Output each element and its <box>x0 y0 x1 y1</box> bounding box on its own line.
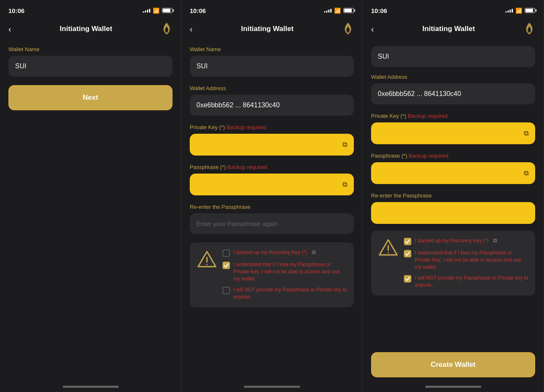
wallet-address-label-2: Wallet Address <box>190 85 354 91</box>
flame-logo-1 <box>161 22 173 36</box>
disclaimer-text-2-1: I understand that if I lose my Passphras… <box>233 261 347 282</box>
nav-title-3: Initiating Wallet <box>422 25 475 33</box>
checkbox-2-2[interactable] <box>222 287 230 294</box>
status-icons-2: 📶 <box>324 8 354 14</box>
wifi-icon-2: 📶 <box>334 8 341 14</box>
status-bar-2: 10:06 📶 <box>181 0 362 18</box>
wallet-address-label-3: Wallet Address <box>371 74 535 80</box>
panel-1: 10:06 📶 ‹ Initiating Wallet Wallet Name <box>0 0 181 392</box>
flame-logo-3 <box>523 22 535 36</box>
status-bar-1: 10:06 📶 <box>0 0 181 18</box>
recovery-copy-icon-2[interactable]: ⧉ <box>312 249 316 256</box>
disclaimer-item-2-1: I understand that if I lose my Passphras… <box>222 261 347 282</box>
disclaimer-section-3: I backed up my Recovery Key (*) ⧉ I unde… <box>371 231 535 296</box>
private-key-label-3: Private Key (*) Backup required <box>371 113 535 119</box>
battery-icon-1 <box>162 8 173 13</box>
reenter-passphrase-input-2[interactable]: Enter your Passphrase again <box>190 213 354 234</box>
checkbox-2-1[interactable] <box>222 262 230 269</box>
wallet-name-label-1: Wallet Name <box>8 46 173 52</box>
private-key-copy-icon-3[interactable]: ⧉ <box>524 130 528 137</box>
wallet-name-input-1[interactable]: SUI <box>8 56 173 77</box>
disclaimer-item-3-0: I backed up my Recovery Key (*) ⧉ <box>404 237 528 245</box>
back-chevron-1: ‹ <box>8 25 11 33</box>
reenter-passphrase-label-3: Re-enter the Passphrase <box>371 192 535 199</box>
passphrase-copy-icon-2[interactable]: ⧉ <box>343 181 347 188</box>
checkbox-3-1[interactable] <box>404 250 411 257</box>
status-time-1: 10:06 <box>8 7 24 14</box>
back-button-2[interactable]: ‹ <box>190 25 193 33</box>
nav-header-2: ‹ Initiating Wallet <box>181 18 362 41</box>
disclaimer-text-2-0: I backed up my Recovery Key (*) <box>233 249 307 256</box>
passphrase-input-3[interactable]: ⧉ <box>371 162 535 184</box>
battery-icon-3 <box>525 8 535 13</box>
passphrase-label-2: Passphrase (*) Backup required <box>190 164 354 170</box>
checkbox-3-0[interactable] <box>404 238 411 245</box>
passphrase-label-3: Passphrase (*) Backup required <box>371 153 535 159</box>
disclaimer-text-3-2: I will NOT provide my Passphrase or Priv… <box>415 275 528 289</box>
signal-dots-1 <box>143 9 150 13</box>
panel3-content: SUI Wallet Address 0xe6bbb562 ... 864113… <box>363 41 544 347</box>
private-key-input-2[interactable]: ⧉ <box>190 134 354 156</box>
disclaimer-text-3-1: I understand that if I lose my Passphras… <box>415 249 528 270</box>
checkbox-2-0[interactable] <box>222 249 230 257</box>
nav-title-1: Initiating Wallet <box>60 25 112 33</box>
disclaimer-item-2-0: I backed up my Recovery Key (*) ⧉ <box>222 249 347 257</box>
warning-triangle-2 <box>196 249 217 270</box>
reenter-passphrase-input-3[interactable] <box>371 202 535 224</box>
signal-dots-3 <box>505 9 513 13</box>
disclaimer-items-2: I backed up my Recovery Key (*) ⧉ I unde… <box>222 249 347 301</box>
passphrase-copy-icon-3[interactable]: ⧉ <box>524 169 528 177</box>
disclaimer-text-3-0: I backed up my Recovery Key (*) <box>415 237 488 244</box>
wifi-icon-1: 📶 <box>153 8 160 14</box>
svg-rect-3 <box>223 250 230 257</box>
next-button-1[interactable]: Next <box>8 85 173 110</box>
sui-box-3[interactable]: SUI <box>371 46 535 67</box>
nav-header-1: ‹ Initiating Wallet <box>0 18 181 41</box>
nav-title-2: Initiating Wallet <box>241 25 293 33</box>
wallet-name-label-2: Wallet Name <box>190 46 354 52</box>
status-icons-1: 📶 <box>143 8 173 14</box>
disclaimer-item-2-2: I will NOT provide my Passphrase or Priv… <box>222 286 347 301</box>
warning-triangle-3 <box>378 237 399 258</box>
wallet-address-input-2[interactable]: 0xe6bbb562 ... 8641130c40 <box>190 95 354 116</box>
home-indicator-3 <box>425 386 481 388</box>
disclaimer-items-3: I backed up my Recovery Key (*) ⧉ I unde… <box>404 237 528 289</box>
signal-dots-2 <box>324 9 332 13</box>
battery-icon-2 <box>343 8 354 13</box>
back-chevron-2: ‹ <box>190 25 193 33</box>
reenter-passphrase-label-2: Re-enter the Passphrase <box>190 204 354 210</box>
home-indicator-1 <box>63 386 119 388</box>
panel-2: 10:06 📶 ‹ Initiating Wallet Wallet Na <box>181 0 363 392</box>
panel2-content: Wallet Name SUI Wallet Address 0xe6bbb56… <box>181 41 362 382</box>
flame-logo-2 <box>342 22 354 36</box>
nav-header-3: ‹ Initiating Wallet <box>363 18 544 41</box>
panel-3: 10:06 📶 ‹ Initiating Wallet SU <box>363 0 544 392</box>
status-icons-3: 📶 <box>505 8 535 14</box>
private-key-input-3[interactable]: ⧉ <box>371 122 535 144</box>
status-bar-3: 10:06 📶 <box>363 0 544 18</box>
back-button-3[interactable]: ‹ <box>371 25 374 33</box>
wallet-name-input-2[interactable]: SUI <box>190 56 354 77</box>
wallet-address-value-2: 0xe6bbb562 ... 8641130c40 <box>196 101 280 109</box>
wallet-address-input-3[interactable]: 0xe6bbb562 ... 8641130c40 <box>371 83 535 104</box>
recovery-copy-icon-3[interactable]: ⧉ <box>493 237 497 244</box>
wallet-name-value-1: SUI <box>15 62 26 70</box>
status-time-3: 10:06 <box>371 7 387 14</box>
create-wallet-button[interactable]: Create Wallet <box>371 352 535 377</box>
wallet-address-value-3: 0xe6bbb562 ... 8641130c40 <box>378 90 461 98</box>
private-key-copy-icon-2[interactable]: ⧉ <box>343 141 347 148</box>
private-key-label-2: Private Key (*) Backup required <box>190 124 354 130</box>
back-chevron-3: ‹ <box>371 25 374 33</box>
reenter-passphrase-placeholder-2: Enter your Passphrase again <box>196 220 277 227</box>
svg-point-8 <box>388 252 389 254</box>
checkbox-3-2[interactable] <box>404 275 411 283</box>
disclaimer-item-3-1: I understand that if I lose my Passphras… <box>404 249 528 270</box>
sui-value-3: SUI <box>378 53 389 60</box>
wallet-name-value-2: SUI <box>196 62 208 70</box>
passphrase-input-2[interactable]: ⧉ <box>190 174 354 195</box>
home-indicator-2 <box>244 386 300 388</box>
disclaimer-section-2: I backed up my Recovery Key (*) ⧉ I unde… <box>190 242 354 307</box>
svg-rect-5 <box>223 287 230 294</box>
disclaimer-text-2-2: I will NOT provide my Passphrase or Priv… <box>233 286 347 301</box>
back-button-1[interactable]: ‹ <box>8 25 11 33</box>
